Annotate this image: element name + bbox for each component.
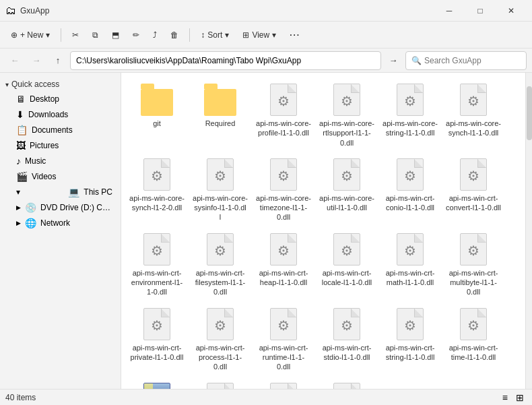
sidebar-item-label: Videos [32, 172, 56, 181]
file-view[interactable]: gitRequired⚙api-ms-win-core-profile-l1-1… [121, 73, 525, 389]
sidebar-item-dvd-drive-(d:)-cccc[interactable]: ▶💿DVD Drive (D:) CCCC [3, 200, 118, 215]
sidebar-item-music[interactable]: ♪Music [3, 154, 118, 168]
back-button[interactable]: ← [5, 51, 24, 70]
quick-access-chevron: ▾ [5, 81, 9, 88]
file-name: Required [205, 119, 236, 128]
scrollbar-thumb[interactable] [527, 86, 532, 140]
toolbar-separator-1 [61, 28, 61, 42]
file-name: api-ms-win-crt-process-l1-1-0.dll [193, 343, 248, 372]
file-item[interactable]: ⚙api-ms-win-core-rtlsupport-l1-1-0.dll [317, 78, 377, 150]
file-item[interactable]: ⚙api-ms-win-crt-convert-l1-1-0.dll [443, 153, 504, 225]
dll-icon: ⚙ [143, 158, 170, 191]
delete-icon: 🗑 [170, 30, 178, 40]
grid-view-button[interactable]: ⊞ [513, 391, 527, 404]
sidebar-item-icon: 💻 [68, 187, 79, 197]
file-icon: ⚙ [331, 305, 363, 343]
file-item[interactable]: ⚙api-ms-win-crt-locale-l1-1-0.dll [317, 228, 377, 300]
paste-button[interactable]: ⬒ [106, 24, 125, 46]
share-button[interactable]: ⤴ [147, 24, 162, 46]
file-item[interactable]: ⚙api-ms-win-crt-private-l1-1-0.dll [127, 303, 187, 375]
sidebar-item-icon: ♪ [16, 156, 21, 166]
sidebar-item-icon: 📋 [16, 125, 28, 135]
file-item[interactable]: ⚙api-ms-win-crt-conio-l1-1-0.dll [380, 153, 440, 225]
file-item[interactable]: RARbifow.rar [127, 377, 187, 389]
file-item[interactable]: ⚙api-ms-win-core-sysinfo-l1-1-0.dl l [190, 153, 251, 225]
search-input[interactable] [424, 56, 519, 65]
close-button[interactable]: ✕ [496, 0, 527, 22]
sidebar-item-desktop[interactable]: 🖥Desktop [3, 92, 118, 106]
cut-button[interactable]: ✂ [67, 24, 84, 46]
file-item[interactable]: ⚙api-ms-win-core-timezone-l1-1-0.dll [253, 153, 314, 225]
file-name: api-ms-win-crt-filesystem-l1-1-0.dll [193, 268, 248, 297]
view-button[interactable]: ⊞ View ▾ [237, 24, 281, 46]
file-name: api-ms-win-crt-stdio-l1-1-0.dll [319, 343, 374, 363]
up-button[interactable]: ↑ [48, 51, 67, 70]
file-icon: ⚙ [267, 156, 300, 193]
list-view-button[interactable]: ≡ [500, 391, 510, 404]
file-item[interactable]: ⚙api-ms-win-crt-filesystem-l1-1-0.dll [190, 228, 251, 300]
sidebar-item-downloads[interactable]: ⬇Downloads [3, 107, 118, 122]
item-count: 40 items [5, 393, 36, 402]
sidebar-item-label: Pictures [30, 141, 59, 150]
file-item[interactable]: ⚙api-ms-win-core-synch-l1-2-0.dll [127, 153, 187, 225]
title-bar-controls: ─ □ ✕ [434, 0, 527, 22]
status-bar: 40 items ≡ ⊞ [0, 389, 532, 405]
sidebar-items-container: 🖥Desktop⬇Downloads📋Documents🖼Pictures♪Mu… [0, 92, 121, 230]
file-item[interactable]: ⚙api-ms-win-core-string-l1-1-0.dll [380, 78, 440, 150]
minimize-button[interactable]: ─ [434, 0, 465, 22]
sidebar-item-network[interactable]: ▶🌐Network [3, 216, 118, 230]
file-icon: RAR [141, 380, 173, 389]
scrollbar-track[interactable] [525, 73, 532, 389]
file-item[interactable]: ⚙d3dcompiler_47.dll [253, 377, 314, 389]
file-item[interactable]: Required [190, 78, 251, 150]
file-item[interactable]: ⚙api-ms-win-crt-stdio-l1-1-0.dll [317, 303, 377, 375]
rename-icon: ✏ [133, 30, 139, 40]
file-item[interactable]: ⚙chrome_elf.dll [190, 377, 251, 389]
file-item[interactable]: ⚙api-ms-win-crt-runtime-l1-1-0.dll [253, 303, 314, 375]
sidebar-item-this-pc[interactable]: ▾💻This PC [3, 185, 118, 199]
file-name: api-ms-win-core-sysinfo-l1-1-0.dl l [193, 193, 248, 222]
file-item[interactable]: ⚙api-ms-win-core-synch-l1-1-0.dll [443, 78, 504, 150]
file-item[interactable]: ⚙api-ms-win-crt-time-l1-1-0.dll [443, 303, 504, 375]
dll-icon: ⚙ [397, 84, 424, 116]
copy-button[interactable]: ⧉ [87, 24, 104, 46]
sidebar-item-icon: 🖥 [16, 94, 26, 104]
sidebar-item-documents[interactable]: 📋Documents [3, 123, 118, 137]
file-name: api-ms-win-core-util-l1-1-0.dll [319, 193, 374, 213]
sidebar-item-pictures[interactable]: 🖼Pictures [3, 138, 118, 153]
file-item[interactable]: git [127, 78, 187, 150]
file-icon: ⚙ [267, 81, 300, 119]
file-item[interactable]: ⚙api-ms-win-crt-heap-l1-1-0.dll [253, 228, 314, 300]
quick-access-header[interactable]: ▾ Quick access [0, 77, 121, 90]
file-item[interactable]: ⚙api-ms-win-crt-multibyte-l1-1-0.dll [443, 228, 504, 300]
maximize-button[interactable]: □ [465, 0, 496, 22]
file-item[interactable]: ⚙api-ms-win-core-profile-l1-1-0.dll [253, 78, 314, 150]
file-item[interactable]: ⚙libEGL.dll [317, 377, 377, 389]
forward-button[interactable]: → [27, 51, 46, 70]
more-button[interactable]: ··· [284, 24, 306, 46]
file-item[interactable]: ⚙api-ms-win-crt-process-l1-1-0.dll [190, 303, 251, 375]
sidebar-item-icon: 🌐 [25, 218, 36, 228]
file-item[interactable]: ⚙api-ms-win-crt-string-l1-1-0.dll [380, 303, 440, 375]
sidebar-item-icon: ⬇ [16, 109, 24, 120]
dll-icon: ⚙ [270, 233, 297, 266]
go-button[interactable]: → [384, 51, 403, 70]
file-icon: ⚙ [457, 81, 490, 119]
dll-icon: ⚙ [207, 233, 234, 266]
delete-button[interactable]: 🗑 [165, 24, 184, 46]
title-bar: 🗂 GxuApp ─ □ ✕ [0, 0, 532, 22]
view-label: View [252, 30, 269, 40]
file-icon: ⚙ [331, 81, 363, 119]
new-button[interactable]: ⊕ + New ▾ [5, 24, 55, 46]
file-item[interactable]: ⚙api-ms-win-core-util-l1-1-0.dll [317, 153, 377, 225]
sort-button[interactable]: ↕ Sort ▾ [195, 24, 234, 46]
dll-icon: ⚙ [333, 233, 360, 266]
file-item[interactable]: ⚙api-ms-win-crt-math-l1-1-0.dll [380, 228, 440, 300]
sidebar-item-videos[interactable]: 🎬Videos [3, 169, 118, 184]
sidebar-item-label: This PC [84, 187, 112, 197]
rename-button[interactable]: ✏ [127, 24, 145, 46]
file-item[interactable]: ⚙api-ms-win-crt-environment-l1-1-0.dll [127, 228, 187, 300]
file-name: git [153, 119, 161, 128]
address-input[interactable] [70, 51, 381, 70]
dll-icon: ⚙ [333, 158, 360, 191]
